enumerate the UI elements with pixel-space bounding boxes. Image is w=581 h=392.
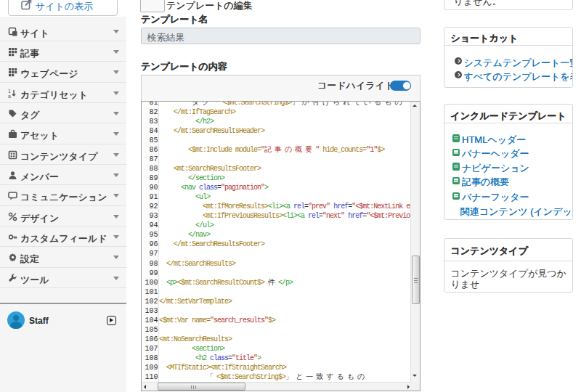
svg-text:1: 1	[8, 89, 11, 94]
svg-text:a: a	[8, 94, 11, 98]
